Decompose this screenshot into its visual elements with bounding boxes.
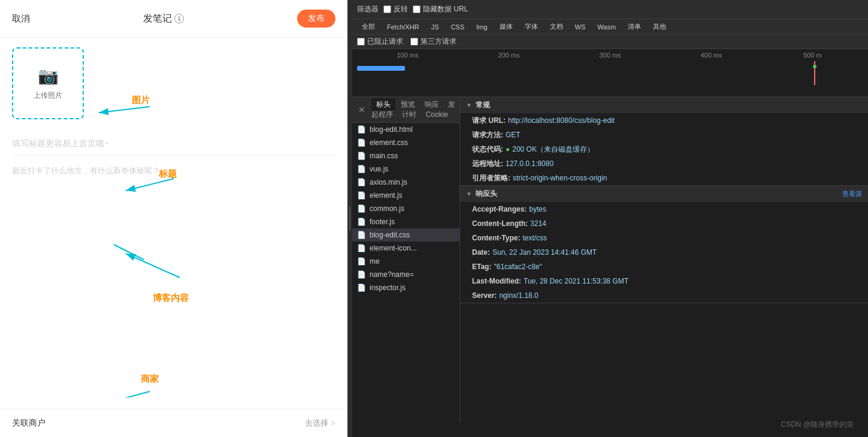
accept-ranges-row: Accept-Ranges: bytes — [460, 202, 868, 216]
filter-tab-img[interactable]: Img — [471, 22, 492, 32]
response-section-header[interactable]: ▼ 响应头 查看源 — [460, 186, 868, 202]
filter-tabs-bar: 全部 Fetch/XHR JS CSS Img 媒体 字体 文档 WS Wasm… — [352, 19, 868, 35]
last-modified-key: Last-Modified: — [472, 276, 521, 287]
status-indicator: ● — [506, 144, 510, 155]
devtools-filter-bar: 筛选器 反转 隐藏数据 URL — [352, 0, 868, 19]
last-modified-row: Last-Modified: Tue, 28 Dec 2021 11:53:38… — [460, 274, 868, 288]
status-code-value: 200 OK（来自磁盘缓存） — [512, 144, 594, 155]
file-item-vue-js[interactable]: 📄 vue.js — [352, 162, 459, 176]
file-item-blog-edit-css[interactable]: 📄 blog-edit.css — [352, 228, 459, 242]
filter-tab-ws[interactable]: WS — [570, 22, 591, 32]
file-name: name?name= — [370, 270, 414, 279]
tab-cookie[interactable]: Cookie — [422, 109, 452, 120]
title-input[interactable] — [12, 131, 335, 156]
content-length-row: Content-Length: 3214 — [460, 216, 868, 231]
filter-tab-doc[interactable]: 文档 — [545, 21, 568, 32]
filter-tab-media[interactable]: 媒体 — [495, 21, 518, 32]
general-section-header[interactable]: ▼ 常规 — [460, 97, 868, 113]
blog-editor-panel: 取消 发笔记 ℹ 发布 📷 上传照片 — [0, 0, 347, 437]
content-type-row: Content-Type: text/css — [460, 231, 868, 245]
file-icon: 📄 — [357, 218, 366, 226]
hide-url-label: 隐藏数据 URL — [423, 4, 468, 14]
server-value: nginx/1.18.0 — [499, 290, 538, 301]
filter-tab-css[interactable]: CSS — [446, 22, 470, 32]
request-method-value: GET — [506, 129, 521, 140]
reverse-checkbox[interactable] — [383, 5, 391, 13]
etag-row: ETag: "61cafac2-c8e" — [460, 260, 868, 274]
general-section-header-left: ▼ 常规 — [466, 100, 490, 110]
tab-timing[interactable]: 计时 — [398, 109, 420, 120]
editor-header: 取消 发笔记 ℹ 发布 — [0, 0, 347, 38]
accept-ranges-value: bytes — [529, 204, 546, 215]
info-icon[interactable]: ℹ — [174, 14, 184, 23]
file-icon: 📄 — [357, 284, 366, 292]
request-method-row: 请求方法: GET — [460, 128, 868, 142]
timeline-300ms: 300 ms — [559, 52, 661, 59]
svg-line-7 — [114, 245, 144, 260]
file-name: blog-edit.css — [370, 231, 410, 239]
remote-addr-value: 127.0.0.1:8080 — [506, 158, 554, 169]
publish-button[interactable]: 发布 — [297, 10, 335, 28]
file-list-header: ✕ 标头 预览 响应 发起程序 计时 Cookie — [352, 97, 459, 123]
timeline-green-dot — [813, 65, 816, 68]
filter-tab-wasm[interactable]: Wasm — [592, 22, 621, 32]
filter-tab-font[interactable]: 字体 — [520, 21, 543, 32]
filter-tab-js[interactable]: JS — [427, 22, 444, 32]
close-panel-button[interactable]: ✕ — [355, 104, 369, 116]
filter-tab-fetch[interactable]: Fetch/XHR — [382, 22, 424, 32]
cancel-button[interactable]: 取消 — [12, 13, 30, 25]
bottom-bar: 关联商户 去选择 > — [0, 409, 347, 437]
third-party-checkbox[interactable] — [410, 38, 418, 46]
request-filter-row: 已阻止请求 第三方请求 — [352, 35, 868, 49]
upload-area[interactable]: 📷 上传照片 — [12, 47, 84, 119]
filter-label: 筛选器 — [357, 4, 379, 14]
file-item-common-js[interactable]: 📄 common.js — [352, 202, 459, 215]
timeline-200ms: 200 ms — [458, 52, 559, 59]
blocked-checkbox-group: 已阻止请求 — [357, 37, 403, 47]
status-code-row: 状态代码: ● 200 OK（来自磁盘缓存） — [460, 142, 868, 156]
timeline-400ms: 400 ms — [661, 52, 762, 59]
blocked-label: 已阻止请求 — [367, 37, 403, 47]
chevron-right-icon: > — [331, 418, 335, 428]
file-item-name[interactable]: 📄 name?name= — [352, 268, 459, 281]
header-tabs-row: 标头 预览 响应 发起程序 计时 Cookie — [369, 100, 457, 120]
image-annotation: 图片 — [132, 95, 150, 106]
panel-splitter[interactable] — [347, 0, 352, 437]
filter-tab-all[interactable]: 全部 — [357, 21, 380, 32]
hide-url-checkbox[interactable] — [413, 5, 421, 13]
file-item-axios[interactable]: 📄 axios.min.js — [352, 176, 459, 189]
filter-tab-other[interactable]: 其他 — [648, 21, 671, 32]
file-item-footer-js[interactable]: 📄 footer.js — [352, 215, 459, 228]
timeline-area: 100 ms 200 ms 300 ms 400 ms 500 m — [352, 49, 868, 97]
file-item-element-css[interactable]: 📄 element.css — [352, 136, 459, 149]
filter-tab-manifest[interactable]: 清单 — [623, 21, 646, 32]
file-list: ✕ 标头 预览 响应 发起程序 计时 Cookie 📄 blog-edit.ht… — [352, 97, 460, 422]
file-item-blog-edit-html[interactable]: 📄 blog-edit.html — [352, 123, 459, 136]
general-section: ▼ 常规 请求 URL: http://localhost:8080/css/b… — [460, 97, 868, 186]
response-section-title: 响应头 — [476, 189, 497, 199]
status-code-key: 状态代码: — [472, 144, 503, 155]
request-url-row: 请求 URL: http://localhost:8080/css/blog-e… — [460, 113, 868, 128]
date-row: Date: Sun, 22 Jan 2023 14:41:46 GMT — [460, 245, 868, 260]
remote-addr-row: 远程地址: 127.0.0.1:8080 — [460, 156, 868, 171]
file-item-main-css[interactable]: 📄 main.css — [352, 149, 459, 162]
accept-ranges-key: Accept-Ranges: — [472, 204, 527, 215]
file-item-element-icon[interactable]: 📄 element-icon... — [352, 242, 459, 255]
file-icon: 📄 — [357, 178, 366, 186]
file-name: main.css — [370, 152, 398, 160]
file-item-element-js[interactable]: 📄 element.js — [352, 189, 459, 202]
request-url-key: 请求 URL: — [472, 115, 506, 126]
file-name: common.js — [370, 204, 404, 213]
file-icon: 📄 — [357, 270, 366, 279]
file-icon: 📄 — [357, 257, 366, 266]
content-input[interactable] — [12, 158, 335, 206]
select-merchant-button[interactable]: 去选择 > — [305, 418, 335, 429]
devtools-main-area: ✕ 标头 预览 响应 发起程序 计时 Cookie 📄 blog-edit.ht… — [352, 97, 868, 422]
view-source-link[interactable]: 查看源 — [842, 189, 862, 198]
remote-addr-key: 远程地址: — [472, 158, 503, 169]
content-length-value: 3214 — [530, 218, 546, 229]
file-item-inspector-js[interactable]: 📄 inspector.js — [352, 281, 459, 294]
file-name: blog-edit.html — [370, 125, 413, 134]
file-item-me[interactable]: 📄 me — [352, 255, 459, 268]
blocked-checkbox[interactable] — [357, 38, 365, 46]
